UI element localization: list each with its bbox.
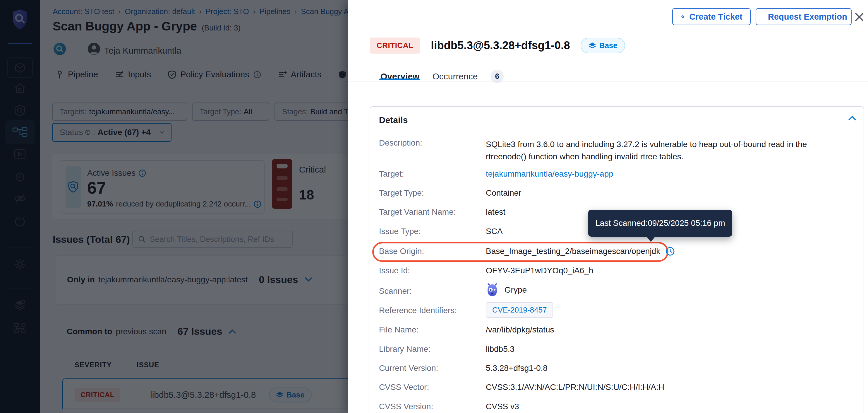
field-value-base-origin: Base_Image_testing_2/baseimagescan/openj… (486, 247, 675, 256)
field-label: Scanner: (379, 287, 412, 296)
field-label: Issue Id: (379, 266, 410, 275)
last-scanned-tooltip: Last Scanned:09/25/2025 05:16 pm (588, 210, 732, 237)
close-icon[interactable] (854, 11, 865, 23)
create-ticket-button[interactable]: Create Ticket (672, 8, 751, 25)
details-card: Details Description: SQLite3 from 3.6.0 … (370, 106, 864, 413)
collapse-chevron-icon[interactable] (848, 116, 857, 121)
field-value-cvss-vector: CVSS:3.1/AV:N/AC:L/PR:N/UI:N/S:U/C:H/I:H… (486, 383, 664, 392)
cve-link[interactable]: CVE-2019-8457 (486, 302, 553, 318)
ticket-diamond-icon (680, 12, 685, 21)
field-label: Library Name: (379, 345, 431, 354)
field-value-target-type: Container (486, 188, 521, 198)
field-value-scanner: Grype (486, 282, 527, 297)
field-value-target-link[interactable]: tejakummarikuntla/easy-buggy-app (486, 169, 613, 179)
field-label: Issue Type: (379, 227, 421, 236)
field-label: Base Origin: (379, 247, 424, 256)
field-label: CVSS Version: (379, 402, 433, 411)
issue-details-panel: Create Ticket Request Exemption CRITICAL… (348, 0, 868, 413)
tooltip-caret (646, 236, 655, 242)
modal-scrim[interactable] (0, 0, 348, 413)
issue-header: CRITICAL libdb5.3@5.3.28+dfsg1-0.8 Base (370, 37, 625, 54)
field-label: Current Version: (379, 363, 438, 373)
field-label: Target Type: (379, 188, 424, 198)
field-label: Target Variant Name: (379, 207, 456, 217)
active-tab-underline (379, 79, 420, 80)
field-value-cvss-version: CVSS v3 (486, 402, 519, 411)
field-label: Target: (379, 169, 404, 179)
field-label: Description: (379, 138, 422, 148)
field-value-file-name: /var/lib/dpkg/status (486, 325, 554, 334)
layers-icon (588, 42, 596, 50)
field-value-description: SQLite3 from 3.6.0 to and including 3.27… (486, 138, 816, 163)
field-value-variant: latest (486, 207, 505, 217)
details-heading: Details (379, 115, 408, 125)
severity-badge: CRITICAL (370, 37, 420, 54)
tab-occurrence[interactable]: Occurrence (432, 71, 477, 82)
divider (348, 81, 868, 82)
field-label: CVSS Vector: (379, 383, 429, 392)
field-label: File Name: (379, 325, 418, 334)
field-value-issue-id: OFYV-3EuP1wDYOq0_iA6_h (486, 266, 593, 275)
base-tag: Base (581, 38, 625, 53)
request-exemption-button[interactable]: Request Exemption (755, 8, 851, 25)
issue-title: libdb5.3@5.3.28+dfsg1-0.8 (431, 39, 570, 52)
grype-scanner-icon (486, 282, 499, 297)
field-value-library: libdb5.3 (486, 345, 515, 354)
field-value-version: 5.3.28+dfsg1-0.8 (486, 363, 548, 373)
clock-icon[interactable] (665, 247, 675, 256)
field-value-issue-type: SCA (486, 227, 503, 236)
field-value-reference: CVE-2019-8457 (486, 302, 553, 318)
field-label: Reference Identifiers: (379, 306, 457, 315)
